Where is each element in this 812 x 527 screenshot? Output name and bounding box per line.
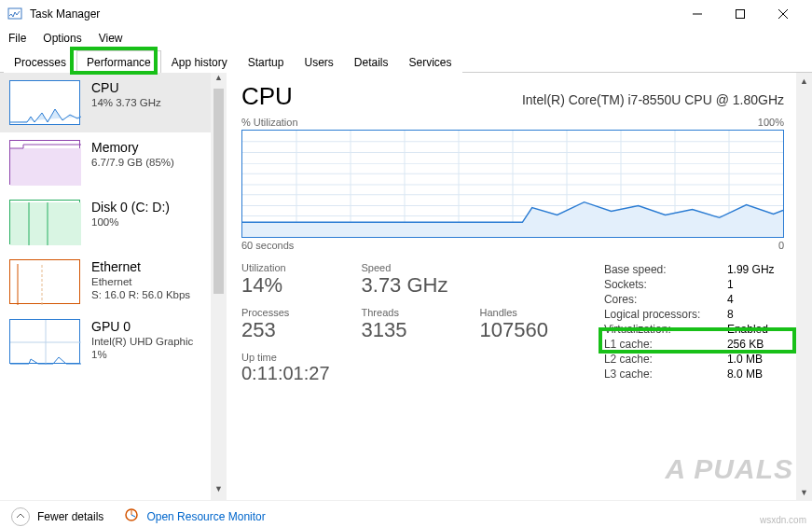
l3-cache-value: 8.0 MB	[727, 368, 763, 381]
tab-details[interactable]: Details	[344, 50, 399, 73]
sidebar-disk[interactable]: Disk 0 (C: D:) 100%	[0, 192, 227, 252]
speed-label: Speed	[362, 262, 448, 273]
speed-value: 3.73 GHz	[362, 273, 448, 298]
l2-cache-label: L2 cache:	[604, 353, 727, 366]
logical-processors-label: Logical processors:	[604, 308, 727, 321]
watermark: A PUALS	[665, 453, 793, 485]
chart-label-top-left: % Utilization	[241, 117, 298, 128]
gpu-sub2: 1%	[91, 349, 193, 360]
app-icon	[7, 7, 22, 21]
watermark-url: wsxdn.com	[760, 515, 806, 525]
tab-processes[interactable]: Processes	[4, 50, 76, 73]
main-panel: CPU Intel(R) Core(TM) i7-8550U CPU @ 1.8…	[227, 73, 812, 500]
utilization-value: 14%	[241, 273, 330, 298]
fewer-details-icon[interactable]	[11, 507, 30, 526]
l1-cache-value: 256 KB	[727, 338, 764, 351]
menu-view[interactable]: View	[90, 29, 131, 48]
memory-thumb-chart	[9, 140, 80, 185]
svg-line-33	[131, 515, 135, 517]
base-speed-label: Base speed:	[604, 263, 727, 276]
cpu-thumb-chart	[9, 80, 80, 125]
disk-title: Disk 0 (C: D:)	[91, 200, 170, 215]
maximize-button[interactable]	[719, 0, 762, 28]
uptime-value: 0:11:01:27	[241, 363, 330, 384]
cpu-title: CPU	[91, 80, 161, 95]
chart-label-bot-left: 60 seconds	[241, 240, 294, 251]
status-bar: Fewer details Open Resource Monitor	[0, 500, 812, 527]
tab-services[interactable]: Services	[399, 50, 462, 73]
resource-monitor-icon[interactable]	[124, 507, 139, 525]
processes-value: 253	[241, 318, 330, 342]
open-resource-monitor-link[interactable]: Open Resource Monitor	[146, 510, 265, 523]
sidebar-ethernet[interactable]: Ethernet Ethernet S: 16.0 R: 56.0 Kbps	[0, 252, 227, 312]
window-title: Task Manager	[30, 7, 100, 21]
tab-performance[interactable]: Performance	[76, 50, 161, 73]
memory-sub: 6.7/7.9 GB (85%)	[91, 157, 174, 168]
chart-label-bot-right: 0	[778, 240, 784, 251]
utilization-label: Utilization	[241, 262, 330, 273]
disk-sub: 100%	[91, 216, 170, 228]
handles-value: 107560	[479, 318, 547, 342]
title-bar: Task Manager	[0, 0, 812, 28]
cpu-model: Intel(R) Core(TM) i7-8550U CPU @ 1.80GHz	[522, 92, 784, 107]
svg-rect-5	[10, 148, 81, 186]
sidebar-scrollbar[interactable]: ▲ ▼	[211, 73, 227, 500]
utilization-chart[interactable]	[241, 130, 784, 238]
panel-title: CPU	[241, 82, 293, 111]
virtualization-value: Enabled	[727, 323, 768, 336]
ethernet-sub2: S: 16.0 R: 56.0 Kbps	[91, 289, 190, 300]
virtualization-label: Virtualization:	[604, 323, 727, 336]
svg-rect-0	[8, 8, 21, 19]
cores-value: 4	[727, 293, 734, 306]
l3-cache-label: L3 cache:	[604, 368, 727, 381]
sidebar-scroll-thumb[interactable]	[213, 89, 224, 294]
main-scrollbar[interactable]: ▲ ▼	[796, 73, 812, 500]
gpu-thumb-chart	[9, 319, 80, 364]
threads-label: Threads	[362, 307, 448, 318]
l2-cache-value: 1.0 MB	[727, 353, 763, 366]
svg-rect-6	[10, 202, 81, 245]
chart-label-top-right: 100%	[758, 117, 784, 128]
sidebar-gpu[interactable]: GPU 0 Intel(R) UHD Graphic 1%	[0, 312, 227, 371]
threads-value: 3135	[362, 318, 448, 342]
menu-file[interactable]: File	[0, 29, 34, 48]
tab-strip: Processes Performance App history Startu…	[0, 49, 812, 73]
right-stats: Base speed:1.99 GHz Sockets:1 Cores:4 Lo…	[604, 262, 775, 394]
fewer-details-button[interactable]: Fewer details	[37, 510, 103, 523]
sidebar-memory[interactable]: Memory 6.7/7.9 GB (85%)	[0, 132, 227, 192]
gpu-title: GPU 0	[91, 319, 193, 334]
logical-processors-value: 8	[727, 308, 734, 321]
cpu-sub: 14% 3.73 GHz	[91, 97, 161, 108]
gpu-sub1: Intel(R) UHD Graphic	[91, 336, 193, 347]
handles-label: Handles	[479, 307, 547, 318]
memory-title: Memory	[91, 140, 174, 155]
menu-options[interactable]: Options	[34, 29, 89, 48]
processes-label: Processes	[241, 307, 330, 318]
close-button[interactable]	[762, 0, 805, 28]
disk-thumb-chart	[9, 200, 80, 244]
minimize-button[interactable]	[676, 0, 719, 28]
ethernet-thumb-chart	[9, 259, 80, 304]
sidebar-cpu[interactable]: CPU 14% 3.73 GHz	[0, 73, 227, 132]
ethernet-title: Ethernet	[91, 259, 190, 274]
svg-rect-2	[736, 9, 745, 18]
uptime-label: Up time	[241, 352, 330, 363]
tab-users[interactable]: Users	[294, 50, 343, 73]
sidebar: CPU 14% 3.73 GHz Memory 6.7/7.9 GB (85%)…	[0, 73, 227, 500]
l1-cache-label: L1 cache:	[604, 338, 727, 351]
tab-startup[interactable]: Startup	[238, 50, 295, 73]
menu-bar: File Options View	[0, 28, 812, 49]
sockets-value: 1	[727, 278, 734, 291]
cores-label: Cores:	[604, 293, 727, 306]
base-speed-value: 1.99 GHz	[727, 263, 775, 276]
sockets-label: Sockets:	[604, 278, 727, 291]
tab-app-history[interactable]: App history	[161, 50, 238, 73]
ethernet-sub1: Ethernet	[91, 276, 190, 287]
